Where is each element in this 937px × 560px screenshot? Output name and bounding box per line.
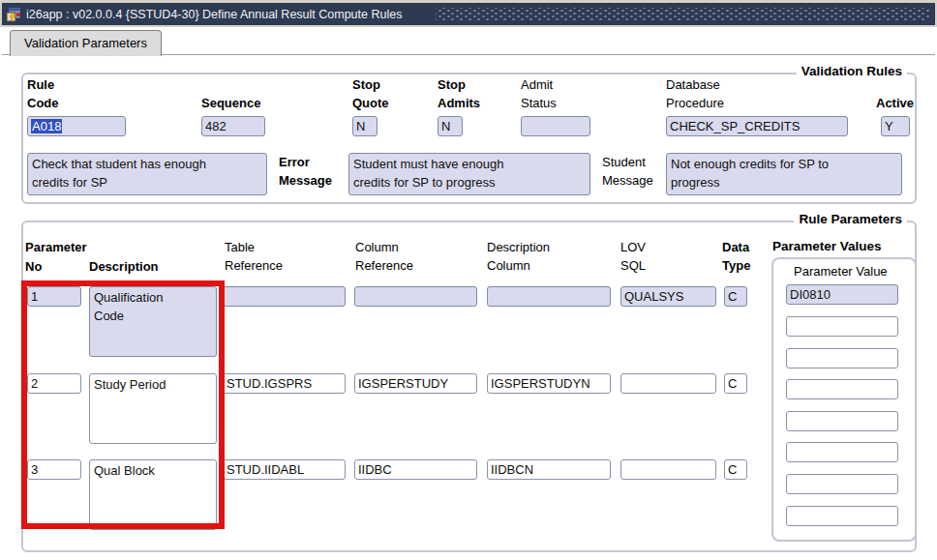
parameter-value-field[interactable] (786, 348, 898, 368)
stop-admits-field[interactable]: N (438, 116, 463, 136)
student-message-field[interactable]: Not enough credits for SP to progress (666, 153, 902, 195)
header-description-column: Description Column (487, 238, 568, 275)
active-label: Active (876, 94, 914, 112)
admit-status-label: Admit Status (521, 75, 569, 112)
error-message-field[interactable]: Student must have enough credits for SP … (348, 153, 590, 195)
param-column-reference-field[interactable] (354, 286, 477, 307)
header-description: Description (89, 257, 159, 276)
header-lov-sql: LOV SQL (620, 238, 659, 275)
sequence-field[interactable]: 482 (201, 116, 265, 136)
parameter-value-column-label: Parameter Value (794, 262, 888, 280)
param-lov-sql-field[interactable] (620, 459, 716, 480)
param-column-reference-field[interactable]: IGSPERSTUDY (354, 373, 477, 394)
active-field[interactable]: Y (881, 116, 910, 136)
annotation-highlight-box (21, 280, 225, 529)
header-data-type: Data Type (722, 238, 763, 275)
param-description-column-field[interactable] (487, 286, 611, 307)
param-column-reference-field[interactable]: IIDBC (354, 459, 477, 480)
parameter-value-field[interactable] (786, 442, 898, 462)
param-description-column-field[interactable]: IIDBCN (487, 459, 611, 480)
database-procedure-label: Database Procedure (666, 75, 743, 112)
validation-rules-frame-title: Validation Rules (797, 64, 907, 78)
admit-status-field[interactable] (521, 116, 590, 136)
parameter-value-field[interactable] (786, 379, 898, 399)
stop-admits-label: Stop Admits (438, 75, 486, 112)
param-table-reference-field[interactable] (223, 286, 346, 307)
rule-parameters-frame-title: Rule Parameters (794, 212, 907, 226)
rule-code-value: A018 (31, 119, 62, 133)
parameter-value-field[interactable] (786, 474, 898, 494)
parameter-value-field[interactable] (786, 506, 898, 526)
parameter-values-frame-title: Parameter Values (772, 237, 882, 255)
parameter-value-field[interactable] (786, 411, 898, 431)
stop-quote-field[interactable]: N (352, 116, 378, 136)
student-message-label: Student Message (602, 153, 660, 190)
param-table-reference-field[interactable]: STUD.IGSPRS (223, 373, 346, 394)
param-table-reference-field[interactable]: STUD.IIDABL (223, 459, 346, 480)
header-column-reference: Column Reference (355, 238, 433, 275)
parameter-value-field[interactable] (786, 316, 898, 337)
tab-validation-parameters[interactable]: Validation Parameters (10, 30, 162, 56)
param-data-type-field[interactable]: C (724, 373, 747, 394)
parameter-value-field[interactable]: DI0810 (786, 284, 898, 305)
header-parameter: Parameter (25, 238, 87, 256)
app-icon (6, 7, 21, 22)
error-message-label: Error Message (279, 153, 345, 190)
stop-quote-label: Stop Quote (352, 75, 397, 112)
param-lov-sql-field[interactable]: QUALSYS (620, 286, 716, 307)
sequence-label: Sequence (201, 94, 260, 112)
header-table-reference: Table Reference (225, 238, 302, 275)
rule-code-field[interactable]: A018 (27, 116, 126, 136)
param-lov-sql-field[interactable] (620, 373, 716, 394)
app-window: { "window": { "title": "i26app : v02.0.0… (0, 0, 937, 560)
param-description-column-field[interactable]: IGSPERSTUDYN (487, 373, 611, 394)
titlebar-pattern (436, 8, 929, 20)
rule-description-field[interactable]: Check that student has enough credits fo… (27, 153, 267, 195)
param-data-type-field[interactable]: C (724, 459, 747, 480)
database-procedure-field[interactable]: CHECK_SP_CREDITS (666, 116, 848, 136)
window-title: i26app : v02.0.0.4 {SSTUD4-30} Define An… (26, 8, 402, 21)
titlebar[interactable]: i26app : v02.0.0.4 {SSTUD4-30} Define An… (2, 3, 935, 25)
rule-code-label: Rule Code (27, 75, 85, 112)
param-data-type-field[interactable]: C (724, 286, 747, 307)
header-no: No (25, 257, 42, 276)
